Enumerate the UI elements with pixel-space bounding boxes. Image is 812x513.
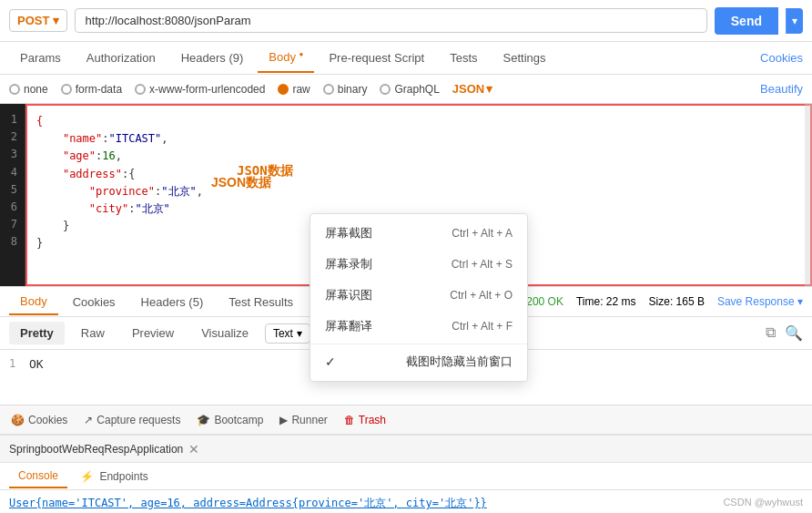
tab-pre-request[interactable]: Pre-request Script	[318, 44, 435, 72]
search-icon[interactable]: 🔍	[785, 324, 803, 342]
method-select[interactable]: POST ▾	[9, 9, 67, 32]
radio-none	[9, 84, 20, 95]
json-badge[interactable]: JSON ▾	[452, 82, 492, 96]
beautify-btn[interactable]: Beautify	[760, 82, 803, 96]
resp-tab-cookies[interactable]: Cookies	[62, 290, 127, 314]
menu-ocr[interactable]: 屏幕识图 Ctrl + Alt + O	[310, 280, 527, 311]
opt-none[interactable]: none	[9, 83, 48, 96]
code-line-2: "name":"ITCAST",	[36, 130, 801, 148]
context-menu: 屏幕截图 Ctrl + Alt + A 屏幕录制 Ctrl + Alt + S …	[310, 213, 528, 382]
body-options-row: none form-data x-www-form-urlencoded raw…	[0, 75, 812, 104]
save-response-btn[interactable]: Save Response ▾	[717, 295, 803, 308]
cookies-link[interactable]: Cookies	[760, 51, 803, 65]
runner[interactable]: ▶ Runner	[279, 414, 327, 426]
opt-raw[interactable]: raw	[278, 83, 310, 96]
code-line-4: "address":{	[36, 166, 801, 183]
console-tab-endpoints[interactable]: ⚡ Endpoints	[71, 466, 157, 487]
view-tab-raw[interactable]: Raw	[70, 322, 116, 344]
method-label: POST	[17, 14, 49, 27]
menu-record[interactable]: 屏幕录制 Ctrl + Alt + S	[310, 249, 527, 280]
resp-tab-test-results[interactable]: Test Results	[218, 290, 304, 314]
menu-translate[interactable]: 屏幕翻译 Ctrl + Alt + F	[310, 311, 527, 342]
resp-line-number: 1	[9, 357, 15, 370]
radio-urlencoded	[135, 84, 146, 95]
top-bar: POST ▾ Send ▾	[0, 0, 812, 42]
radio-raw	[278, 84, 289, 95]
console-section: SpringbootWebReqRespApplication ✕ Consol…	[0, 434, 812, 513]
bootcamp[interactable]: 🎓 Bootcamp	[197, 414, 263, 426]
radio-binary	[323, 84, 334, 95]
opt-binary[interactable]: binary	[323, 83, 368, 96]
code-line-1: {	[36, 113, 801, 130]
code-editor-area: 12345678 { "name":"ITCAST", "age":16, "a…	[0, 104, 812, 286]
console-output: User{name='ITCAST', age=16, address=Addr…	[0, 490, 812, 513]
console-tab-console[interactable]: Console	[9, 465, 67, 488]
watermark: CSDN @wyhwust	[723, 497, 803, 508]
capture-requests[interactable]: ↗ Capture requests	[84, 414, 180, 426]
tab-headers[interactable]: Headers (9)	[170, 44, 255, 72]
url-input[interactable]	[75, 8, 706, 33]
tab-tests[interactable]: Tests	[439, 44, 488, 72]
console-tabs-row: Console ⚡ Endpoints	[0, 463, 812, 490]
code-line-3: "age":16,	[36, 148, 801, 165]
send-dropdown[interactable]: ▾	[786, 8, 803, 34]
view-tab-pretty[interactable]: Pretty	[9, 322, 65, 344]
response-size: Size: 165 B	[649, 295, 705, 308]
menu-screenshot[interactable]: 屏幕截图 Ctrl + Alt + A	[310, 218, 527, 249]
code-line-5: "province":"北京",	[36, 183, 801, 200]
console-text: User{name='ITCAST', age=16, address=Addr…	[9, 497, 487, 509]
console-close-button[interactable]: ✕	[188, 442, 199, 457]
radio-graphql	[380, 84, 391, 95]
resp-tab-headers[interactable]: Headers (5)	[130, 290, 215, 314]
resp-tab-body[interactable]: Body	[9, 289, 58, 315]
opt-urlencoded[interactable]: x-www-form-urlencoded	[135, 83, 265, 96]
cookies-bottom[interactable]: 🍪 Cookies	[11, 414, 67, 426]
method-chevron: ▾	[53, 14, 59, 27]
menu-hide-window[interactable]: ✓ 截图时隐藏当前窗口	[310, 346, 527, 377]
tab-authorization[interactable]: Authorization	[76, 44, 167, 72]
response-time: Time: 22 ms	[576, 295, 636, 308]
text-format-select[interactable]: Text ▾	[265, 323, 310, 344]
line-numbers: 12345678	[0, 104, 25, 286]
copy-icon[interactable]: ⧉	[766, 324, 776, 342]
response-status: Status: 200 OK Time: 22 ms Size: 165 B S…	[490, 295, 803, 308]
opt-form-data[interactable]: form-data	[61, 83, 122, 96]
bottom-bar: 🍪 Cookies ↗ Capture requests 🎓 Bootcamp …	[0, 405, 812, 434]
opt-graphql[interactable]: GraphQL	[380, 83, 439, 96]
radio-form-data	[61, 84, 72, 95]
view-actions: ⧉ 🔍	[766, 324, 803, 342]
console-title-row: SpringbootWebReqRespApplication ✕	[0, 436, 812, 463]
view-tab-preview[interactable]: Preview	[121, 322, 185, 344]
tab-params[interactable]: Params	[9, 44, 72, 72]
scrollbar-hint	[805, 104, 812, 286]
tab-settings[interactable]: Settings	[492, 44, 557, 72]
menu-divider	[310, 344, 527, 344]
view-tab-visualize[interactable]: Visualize	[190, 322, 259, 344]
trash-button[interactable]: 🗑 Trash	[344, 414, 386, 426]
app-name-label: SpringbootWebReqRespApplication	[9, 443, 183, 456]
resp-content: OK	[29, 357, 44, 371]
send-button[interactable]: Send	[715, 7, 778, 35]
request-tabs-row: Params Authorization Headers (9) Body ● …	[0, 42, 812, 75]
tab-body[interactable]: Body ●	[258, 43, 314, 73]
